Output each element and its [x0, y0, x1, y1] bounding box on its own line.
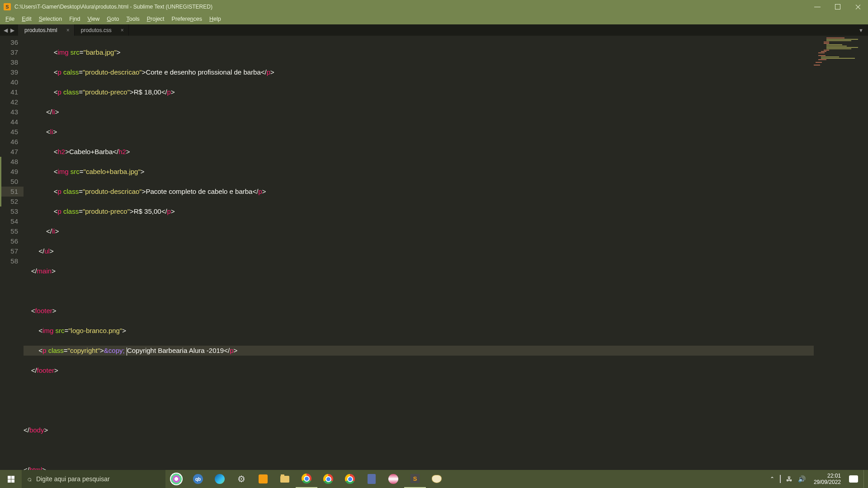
show-desktop-button[interactable]: [863, 470, 866, 488]
tab-produtos-css[interactable]: produtos.css ×: [75, 24, 129, 36]
gutter: 36 37 38 39 40 41 42 43 44 45 46 47 48 4…: [0, 36, 24, 470]
start-button[interactable]: [0, 470, 22, 488]
line-number: 49: [0, 167, 18, 177]
line-number: 46: [0, 137, 18, 147]
line-number: 42: [0, 97, 18, 107]
paint-icon: [432, 475, 442, 483]
chrome-icon: [323, 474, 333, 484]
decorative-icon: [170, 473, 183, 485]
clock-time: 22:01: [814, 473, 841, 479]
line-number: 48: [0, 157, 18, 167]
taskbar-paint[interactable]: [426, 470, 448, 488]
system-tray: ⌃ 🖧 🔊 22:01 29/09/2022: [768, 470, 868, 488]
tab-close-icon[interactable]: ×: [66, 27, 70, 33]
volume-icon[interactable]: 🔊: [798, 475, 806, 483]
tab-label: produtos.html: [24, 27, 57, 33]
tab-nav-back-icon[interactable]: ◀: [3, 27, 9, 33]
taskbar-chrome-2[interactable]: [317, 470, 339, 488]
tray-overflow-icon[interactable]: ⌃: [770, 476, 774, 482]
taskbar-edge[interactable]: [209, 470, 231, 488]
menu-help[interactable]: Help: [206, 14, 225, 23]
tab-nav-arrows: ◀ ▶: [0, 24, 18, 36]
menu-file[interactable]: File: [2, 14, 18, 23]
tab-nav-forward-icon[interactable]: ▶: [9, 27, 15, 33]
minimap[interactable]: [814, 36, 868, 470]
tab-produtos-html[interactable]: produtos.html ×: [18, 24, 75, 36]
menu-goto[interactable]: Goto: [103, 14, 123, 23]
close-icon: [855, 4, 861, 10]
tab-label: produtos.css: [81, 27, 112, 33]
tab-close-icon[interactable]: ×: [121, 27, 124, 33]
search-placeholder: Digite aqui para pesquisar: [36, 475, 110, 483]
minimize-button[interactable]: [807, 0, 827, 13]
taskbar-chrome-3[interactable]: [339, 470, 361, 488]
taskbar-search[interactable]: ⌕ Digite aqui para pesquisar: [22, 470, 165, 488]
sublime-icon: S: [410, 474, 420, 483]
battery-icon[interactable]: [780, 475, 781, 483]
clock-date: 29/09/2022: [814, 479, 841, 485]
network-icon[interactable]: 🖧: [786, 475, 793, 483]
taskbar-chrome-1[interactable]: [296, 470, 317, 488]
window-title: C:\Users\T-Gamer\Desktop\Alura\produtos.…: [14, 4, 807, 10]
media-icon: [259, 474, 268, 483]
menu-project[interactable]: Project: [143, 14, 168, 23]
line-number: 40: [0, 77, 18, 87]
line-number: 53: [0, 206, 18, 216]
taskbar-qbittorrent[interactable]: qb: [187, 470, 209, 488]
line-number: 43: [0, 107, 18, 117]
calculator-icon: [368, 474, 376, 484]
line-number: 36: [0, 38, 18, 47]
gear-icon: ⚙: [237, 474, 245, 484]
minimize-icon: [814, 4, 821, 10]
taskbar-calculator[interactable]: [361, 470, 382, 488]
line-number: 58: [0, 256, 18, 266]
line-number: 38: [0, 57, 18, 67]
line-number: 45: [0, 127, 18, 137]
menu-preferences[interactable]: Preferences: [168, 14, 206, 23]
taskbar-explorer[interactable]: [274, 470, 296, 488]
clock[interactable]: 22:01 29/09/2022: [811, 473, 844, 485]
edge-icon: [215, 474, 225, 484]
maximize-button[interactable]: [827, 0, 848, 13]
line-number: 37: [0, 47, 18, 57]
window-controls: [807, 0, 868, 13]
editor: 36 37 38 39 40 41 42 43 44 45 46 47 48 4…: [0, 36, 868, 470]
line-number: 54: [0, 216, 18, 226]
search-icon: ⌕: [27, 475, 32, 483]
taskbar-cortana[interactable]: [165, 470, 187, 488]
qbittorrent-icon: qb: [193, 474, 203, 484]
folder-icon: [280, 476, 289, 483]
taskbar: ⌕ Digite aqui para pesquisar qb ⚙ S ⌃ 🖧 …: [0, 470, 868, 488]
app-icon: S: [4, 3, 11, 10]
menu-view[interactable]: View: [84, 14, 103, 23]
menubar: File Edit Selection Find View Goto Tools…: [0, 13, 868, 24]
line-number: 39: [0, 67, 18, 77]
line-number: 51: [0, 187, 24, 197]
line-number: 52: [0, 197, 18, 206]
action-center-icon[interactable]: [849, 475, 858, 483]
line-number: 56: [0, 236, 18, 246]
chrome-icon: [302, 474, 311, 483]
line-number: 41: [0, 87, 18, 97]
tab-bar: ◀ ▶ produtos.html × produtos.css × ▼: [0, 24, 868, 36]
tab-overflow-icon[interactable]: ▼: [859, 28, 863, 33]
maximize-icon: [835, 4, 841, 10]
taskbar-settings[interactable]: ⚙: [231, 470, 252, 488]
line-number: 44: [0, 117, 18, 127]
chrome-icon: [345, 474, 355, 484]
menu-find[interactable]: Find: [66, 14, 84, 23]
code-area[interactable]: <img src="barba.jpg"> <p calss="produto-…: [24, 36, 868, 470]
menu-edit[interactable]: Edit: [18, 14, 35, 23]
close-button[interactable]: [848, 0, 868, 13]
menu-selection[interactable]: Selection: [35, 14, 66, 23]
menu-tools[interactable]: Tools: [123, 14, 143, 23]
line-number: 50: [0, 177, 18, 187]
taskbar-sublime[interactable]: S: [404, 470, 426, 488]
app-icon: [388, 474, 398, 484]
taskbar-media[interactable]: [252, 470, 274, 488]
line-number: 57: [0, 246, 18, 256]
windows-logo-icon: [8, 476, 14, 483]
line-number: 55: [0, 226, 18, 236]
line-number: 47: [0, 147, 18, 157]
taskbar-app[interactable]: [382, 470, 404, 488]
